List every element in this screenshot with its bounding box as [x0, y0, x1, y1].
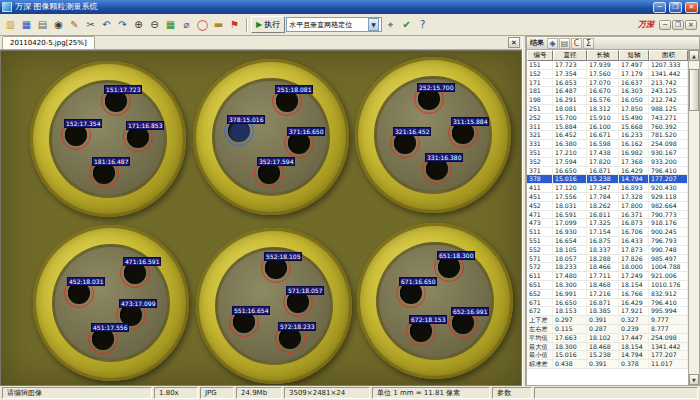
table-row[interactable]: 45117.55617.78417.328929.118 — [527, 193, 688, 202]
table-row[interactable]: 51116.93017.15416.706900.245 — [527, 228, 688, 237]
undo-icon[interactable]: ↶ — [99, 17, 114, 33]
table-cell: 796.410 — [649, 167, 688, 175]
table-row[interactable]: 标准差0.4380.3910.37811.017 — [527, 360, 688, 369]
table-cell: 471 — [527, 211, 553, 219]
table-row[interactable]: 平均值17.66318.10217.447254.098 — [527, 334, 688, 343]
maximize-button[interactable]: ❐ — [669, 2, 682, 13]
table-cell: 151 — [527, 61, 553, 69]
table-row[interactable]: 47116.59116.81116.371790.773 — [527, 211, 688, 220]
measurement-label: 171:16.853 — [126, 121, 164, 130]
table-row[interactable]: 最大值18.30018.46818.1541341.442 — [527, 343, 688, 352]
table-cell: 18.312 — [587, 105, 619, 113]
table-row[interactable]: 47317.09917.32516.873918.176 — [527, 219, 688, 228]
table-row[interactable]: 37116.65016.87116.429796.410 — [527, 167, 688, 176]
table-cell: 17.368 — [619, 158, 649, 166]
image-canvas[interactable]: 151:17.723152:17.354171:16.853181:16.487… — [0, 50, 522, 386]
table-row[interactable]: 65118.30018.46818.1541010.176 — [527, 281, 688, 290]
redo-icon[interactable]: ↷ — [115, 17, 130, 33]
child-close-button[interactable]: ✕ — [685, 20, 697, 30]
table-row[interactable]: 25118.08118.31217.850988.125 — [527, 105, 688, 114]
table-row[interactable]: 57218.23318.46618.0001004.788 — [527, 263, 688, 272]
scrollbar-thumb[interactable] — [689, 69, 699, 111]
table-row[interactable]: 45218.03118.26217.800982.664 — [527, 202, 688, 211]
table-row[interactable]: 32116.45216.67116.233781.520 — [527, 131, 688, 140]
check-icon[interactable]: ✔ — [399, 17, 414, 33]
column-header[interactable]: 直径 — [553, 50, 587, 61]
chevron-down-icon[interactable]: ▼ — [368, 18, 379, 31]
table-row[interactable]: 65216.99117.21616.766832.912 — [527, 290, 688, 299]
results-scrollbar[interactable]: ▲ ▼ — [688, 50, 699, 385]
help-icon[interactable]: ? — [415, 17, 430, 33]
results-table: 编号直径长轴短轴面积 15117.72317.93917.4971207.333… — [527, 50, 699, 385]
execute-button[interactable]: ▶ 执行 — [251, 16, 285, 33]
circle-tool-icon[interactable]: ◯ — [195, 17, 210, 33]
child-minimize-button[interactable]: ─ — [659, 20, 671, 30]
column-header[interactable]: 长轴 — [587, 50, 619, 61]
zoom-in-icon[interactable]: ⊕ — [131, 17, 146, 33]
measure-icon[interactable]: ⌀ — [179, 17, 194, 33]
table-row[interactable]: 15217.35417.56017.1791341.442 — [527, 70, 688, 79]
table-cell: 16.487 — [553, 87, 587, 95]
pin-icon[interactable]: ◈ — [547, 38, 558, 49]
table-cell: 920.430 — [649, 184, 688, 192]
table-cell: 16.871 — [587, 299, 619, 307]
close-button[interactable]: ✕ — [685, 2, 698, 13]
table-row[interactable]: 67116.65016.87116.429796.410 — [527, 299, 688, 308]
mode-dropdown[interactable]: 水平且垂直网格定位 ▼ — [286, 17, 382, 32]
table-cell: 18.000 — [619, 263, 649, 271]
edit-icon[interactable]: ✎ — [67, 17, 82, 33]
column-header[interactable]: 短轴 — [619, 50, 649, 61]
table-cell: 16.871 — [587, 167, 619, 175]
ruler-icon[interactable]: ▬ — [211, 17, 226, 33]
child-restore-button[interactable]: ❐ — [672, 20, 684, 30]
save-icon[interactable]: ▦ — [19, 17, 34, 33]
table-cell: 16.991 — [553, 290, 587, 298]
table-row[interactable]: 37815.01615.23814.794177.207 — [527, 175, 688, 184]
status-filesize: 24.9Mb — [236, 387, 282, 399]
flag-icon[interactable]: ⚑ — [227, 17, 242, 33]
table-cell: 254.098 — [649, 140, 688, 148]
table-row[interactable]: 55218.10518.33717.873990.748 — [527, 246, 688, 255]
camera-icon[interactable]: ◉ — [51, 17, 66, 33]
table-row[interactable]: 15117.72317.93917.4971207.333 — [527, 61, 688, 70]
zoom-out-icon[interactable]: ⊖ — [147, 17, 162, 33]
table-cell: 16.671 — [587, 131, 619, 139]
scroll-down-icon[interactable]: ▼ — [689, 374, 699, 385]
sum-icon[interactable]: Σ — [583, 38, 594, 49]
table-row[interactable]: 55116.65416.87516.433796.793 — [527, 237, 688, 246]
table-row[interactable]: 67218.15318.38517.921995.994 — [527, 307, 688, 316]
table-row[interactable]: 31115.88416.10015.668760.392 — [527, 123, 688, 132]
table-cell: 17.594 — [553, 158, 587, 166]
column-header[interactable]: 面积 — [649, 50, 688, 61]
table-row[interactable]: 左右差0.1150.2870.2398.777 — [527, 325, 688, 334]
measurement-label: 311:15.884 — [451, 117, 489, 126]
table-row[interactable]: 19816.29116.57616.050212.742 — [527, 96, 688, 105]
scroll-up-icon[interactable]: ▲ — [689, 50, 699, 61]
table-row[interactable]: 57118.05718.28817.826985.497 — [527, 255, 688, 264]
table-row[interactable]: 18116.48716.67016.303243.125 — [527, 87, 688, 96]
clear-icon[interactable]: C — [571, 38, 582, 49]
cut-icon[interactable]: ✂ — [83, 17, 98, 33]
table-row[interactable]: 25215.70015.91015.490743.271 — [527, 114, 688, 123]
table-row[interactable]: 35217.59417.82017.368933.200 — [527, 158, 688, 167]
calibrate-icon[interactable]: ⌖ — [383, 17, 398, 33]
print-icon[interactable]: ▤ — [559, 38, 570, 49]
execute-label: 执行 — [264, 19, 280, 30]
image-tab[interactable]: 20110420-5.jpg[25%] — [2, 36, 95, 49]
table-row[interactable]: 35117.21017.43816.982930.167 — [527, 149, 688, 158]
table-row[interactable]: 最小值15.01615.23814.794177.207 — [527, 351, 688, 360]
open-icon[interactable]: ▥ — [3, 17, 18, 33]
column-header[interactable]: 编号 — [527, 50, 553, 61]
grid-icon[interactable]: ▦ — [163, 17, 178, 33]
table-cell: 790.773 — [649, 211, 688, 219]
table-row[interactable]: 上下差0.2970.3910.3279.777 — [527, 316, 688, 325]
minimize-button[interactable]: ─ — [653, 2, 666, 13]
print-icon[interactable]: ▤ — [35, 17, 50, 33]
table-row[interactable]: 33116.38016.59816.162254.098 — [527, 140, 688, 149]
table-row[interactable]: 17116.85317.07016.637213.742 — [527, 79, 688, 88]
scrollbar-track[interactable] — [689, 61, 699, 374]
table-row[interactable]: 41117.12017.34716.893920.430 — [527, 184, 688, 193]
table-row[interactable]: 61117.48017.71117.249921.006 — [527, 272, 688, 281]
measurement-label: 652:16.991 — [451, 307, 489, 316]
tab-close-button[interactable]: ✕ — [508, 37, 520, 48]
